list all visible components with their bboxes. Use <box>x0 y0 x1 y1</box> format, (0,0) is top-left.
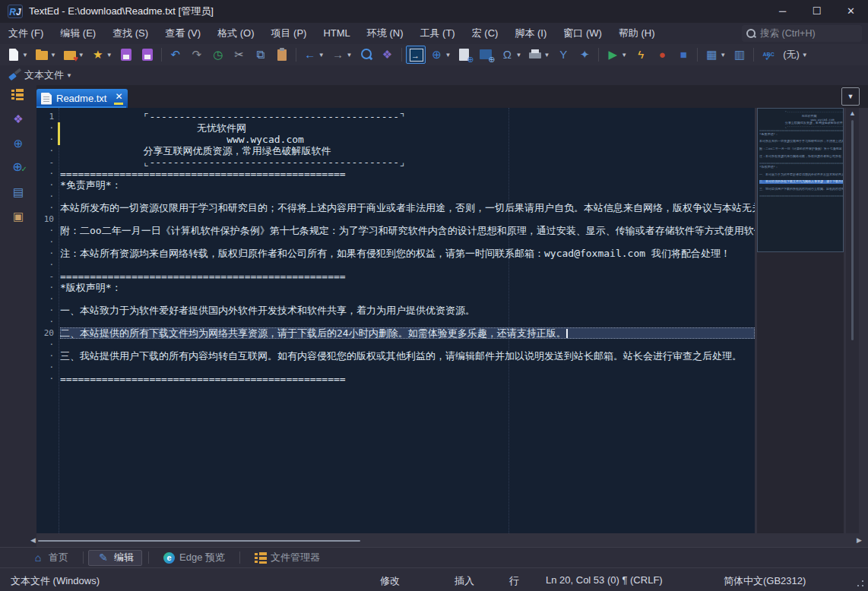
line-text[interactable]: 二、本站提供的所有下载文件均为网络共享资源，请于下载后的24小时内删除。如需体验… <box>60 327 755 339</box>
open-file-button[interactable]: ▼ <box>32 46 59 64</box>
minimize-button[interactable]: ─ <box>765 0 800 23</box>
document-map-viewport[interactable]: ⌜---------------------------------------… <box>757 108 844 252</box>
editor-line-20[interactable]: 20二、本站提供的所有下载文件均为网络共享资源，请于下载后的24小时内删除。如需… <box>36 327 755 339</box>
spell-check-button[interactable] <box>758 46 778 64</box>
tools-button[interactable]: Y <box>553 46 573 64</box>
preview-in-browser-button[interactable] <box>455 46 474 64</box>
menu-item-11[interactable]: 窗口 (W) <box>555 23 610 44</box>
editor-line-13[interactable]: ·注：本站所有资源均来自网络转载，版权归原作者和公司所有，如果有侵犯到您的权益，… <box>36 248 755 259</box>
line-text[interactable] <box>60 362 755 373</box>
copy-button[interactable]: ⧉ <box>251 46 271 64</box>
chevron-down-icon[interactable]: ▼ <box>318 52 325 58</box>
line-text[interactable] <box>60 259 755 270</box>
editor-line-23[interactable]: · <box>36 362 755 373</box>
save-all-button[interactable] <box>138 46 157 64</box>
editor-line-10[interactable]: 10 <box>36 213 755 225</box>
horizontal-scrollbar[interactable]: ◀ ▶ <box>36 533 868 547</box>
chevron-down-icon[interactable]: ▼ <box>802 52 808 58</box>
find-button[interactable] <box>356 46 376 64</box>
browser-rail-button[interactable]: ⊕ <box>8 136 28 154</box>
chevron-down-icon[interactable]: ▼ <box>543 52 550 58</box>
editor-line-16[interactable]: ·*版权声明*： <box>36 282 755 293</box>
editor-line-21[interactable]: · <box>36 339 755 350</box>
snippets-rail-button[interactable]: ❖ <box>8 112 28 130</box>
editor-line-18[interactable]: ·一、本站致力于为软件爱好者提供国内外软件开发技术和软件共享，着力为用户提供优资… <box>36 305 755 316</box>
line-text[interactable]: 无忧软件网 <box>60 122 755 134</box>
editor-line-7[interactable]: ·*免责声明*： <box>36 179 755 191</box>
plugins-button[interactable]: ✦ <box>575 46 594 64</box>
document-map[interactable]: ⌜---------------------------------------… <box>757 108 844 533</box>
line-text[interactable]: 三、我站提供用户下载的所有内容均转自互联网。如有内容侵犯您的版权或其他利益的，请… <box>60 350 755 362</box>
status-caret-position[interactable]: Ln 20, Col 53 (0) ¶ (CRLF) <box>546 574 663 586</box>
vertical-scroll-thumb[interactable] <box>851 120 854 340</box>
resize-grip[interactable] <box>857 580 863 586</box>
undo-button[interactable]: ↶ <box>166 46 185 64</box>
line-text[interactable]: www.wycad.com <box>60 134 755 145</box>
toggle-sidebar-button[interactable] <box>406 46 426 64</box>
editor-line-4[interactable]: · 分享互联网优质资源，常用绿色破解版软件 <box>36 145 755 156</box>
chevron-down-icon[interactable]: ▼ <box>515 52 521 58</box>
line-text[interactable] <box>60 316 755 327</box>
menu-item-1[interactable]: 编辑 (E) <box>52 23 104 44</box>
chevron-down-icon[interactable]: ▼ <box>720 52 726 58</box>
editor-line-1[interactable]: 1 ⌜-------------------------------------… <box>36 111 755 122</box>
menu-item-8[interactable]: 工具 (T) <box>411 23 463 44</box>
tab-home[interactable]: ⌂首页 <box>23 550 77 566</box>
line-text[interactable]: 一、本站致力于为软件爱好者提供国内外软件开发技术和软件共享，着力为用户提供优资资… <box>60 305 755 316</box>
tab-close-button[interactable]: ✕ <box>114 92 123 105</box>
scroll-left-arrow[interactable]: ◀ <box>30 536 36 544</box>
editor-line-19[interactable]: · <box>36 316 755 327</box>
editor-line-14[interactable]: · <box>36 259 755 270</box>
chevron-down-icon[interactable]: ▼ <box>50 52 56 58</box>
line-text[interactable]: 附：二oo二年一月一日《计算机软件保护条例》第十七条规定：为了学习和研究软件内含… <box>60 225 755 236</box>
menu-item-3[interactable]: 查看 (V) <box>157 23 209 44</box>
stop-macro-button[interactable]: ■ <box>673 46 693 64</box>
menu-item-2[interactable]: 查找 (S) <box>104 23 157 44</box>
status-insert-mode[interactable]: 插入 <box>455 574 474 588</box>
clipboard-rail-button[interactable]: ▣ <box>8 209 28 227</box>
status-file-type[interactable]: 文本文件 (Windows) <box>11 574 100 588</box>
editor-line-9[interactable]: ·本站所发布的一切资源仅限用于学习和研究目的；不得将上述内容用于商业或者非法用途… <box>36 202 755 213</box>
vertical-scrollbar[interactable]: ▲ <box>846 108 859 533</box>
file-tab-readme[interactable]: Readme.txt ✕ <box>36 89 128 108</box>
tab-list-button[interactable]: ▼ <box>841 87 860 106</box>
line-text[interactable]: 本站所发布的一切资源仅限用于学习和研究目的；不得将上述内容用于商业或者非法用途，… <box>60 202 755 213</box>
editor-line-17[interactable]: · <box>36 293 755 305</box>
tab-file-manager[interactable]: 文件管理器 <box>245 550 328 566</box>
spell-dictionary-button[interactable]: (无)▼ <box>779 46 810 64</box>
line-text[interactable]: *免责声明*： <box>60 179 755 191</box>
editor-line-24[interactable]: ·=======================================… <box>36 373 755 384</box>
menu-item-10[interactable]: 脚本 (I) <box>506 23 555 44</box>
quick-run-button[interactable]: ϟ <box>631 46 651 64</box>
record-macro-button[interactable]: ● <box>652 46 672 64</box>
line-text[interactable]: ========================================… <box>60 168 755 179</box>
side-by-side-button[interactable]: ▥ <box>730 46 749 64</box>
navigate-back-button[interactable]: ←▼ <box>300 46 327 64</box>
line-text[interactable] <box>60 213 755 225</box>
menu-item-12[interactable]: 帮助 (H) <box>610 23 664 44</box>
scroll-right-arrow[interactable]: ▶ <box>857 536 862 544</box>
line-text[interactable] <box>60 191 755 202</box>
editor-line-8[interactable]: · <box>36 191 755 202</box>
menu-item-5[interactable]: 项目 (P) <box>262 23 315 44</box>
view-in-browser-button[interactable]: ⊕▼ <box>427 46 454 64</box>
text-editor[interactable]: 1 ⌜-------------------------------------… <box>36 108 755 533</box>
syntax-mode-button[interactable]: 文本文件 ▼ <box>5 66 74 84</box>
save-button[interactable] <box>116 46 136 64</box>
insert-symbol-button[interactable]: Ω▼ <box>497 46 524 64</box>
layout-grid-button[interactable]: ▦▼ <box>702 46 728 64</box>
horizontal-scroll-thumb[interactable] <box>38 540 360 542</box>
menu-item-6[interactable]: HTML <box>315 23 358 44</box>
line-text[interactable]: ⌜---------------------------------------… <box>60 111 755 122</box>
arrange-button[interactable]: ❖ <box>378 46 398 64</box>
paste-button[interactable] <box>272 46 292 64</box>
search-input[interactable]: 搜索 (Ctrl+H) <box>742 25 862 42</box>
web-check-rail-button[interactable] <box>8 160 28 179</box>
maximize-button[interactable]: ☐ <box>800 0 834 23</box>
editor-line-5[interactable]: - ⌞-------------------------------------… <box>36 156 755 168</box>
scroll-up-arrow[interactable]: ▲ <box>846 109 859 117</box>
editor-line-6[interactable]: ·=======================================… <box>36 168 755 179</box>
line-text[interactable]: ========================================… <box>60 270 755 282</box>
menu-item-7[interactable]: 环境 (N) <box>359 23 412 44</box>
editor-line-3[interactable]: · www.wycad.com <box>36 134 755 145</box>
